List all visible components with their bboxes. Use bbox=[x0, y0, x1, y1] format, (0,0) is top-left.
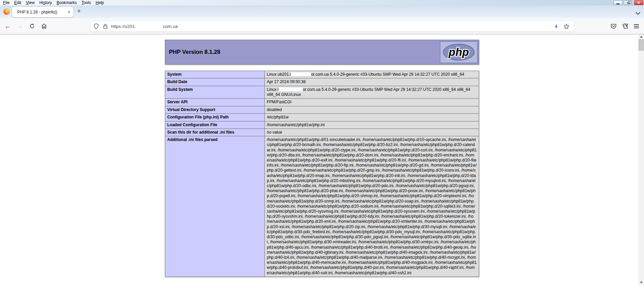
tab-close-icon[interactable]: × bbox=[68, 10, 70, 14]
row-label: Loaded Configuration File bbox=[165, 121, 265, 129]
row-value: disabled bbox=[265, 106, 479, 113]
window-controls: × bbox=[613, 0, 643, 5]
row-value: no value bbox=[265, 129, 479, 136]
menu-help[interactable]: Help bbox=[94, 0, 107, 5]
menu-edit[interactable]: Edit bbox=[12, 0, 24, 5]
row-label: Additional .ini files parsed bbox=[165, 136, 265, 277]
redacted-segment bbox=[279, 87, 303, 91]
row-label: Build Date bbox=[165, 78, 265, 86]
table-row: Build SystemLinux ior.com.ua 5.4.0-29-ge… bbox=[165, 86, 479, 99]
table-row: Configuration File (php.ini) Path/etc/ph… bbox=[165, 114, 479, 121]
restore-button[interactable] bbox=[624, 0, 633, 5]
row-value: FPM/FastCGI bbox=[265, 99, 479, 106]
row-value: Linux ub201.ior.com.ua 5.4.0-29-generic … bbox=[265, 71, 479, 78]
home-button[interactable] bbox=[40, 18, 48, 34]
window-titlebar: FileEditViewHistoryBookmarksToolsHelp × bbox=[0, 0, 644, 5]
home-icon bbox=[41, 23, 47, 29]
table-row: Build DateApr 27 2024 09:50:38 bbox=[165, 78, 479, 86]
menu-view[interactable]: View bbox=[24, 0, 37, 5]
pocket-button[interactable] bbox=[609, 18, 618, 34]
bookmark-star-icon[interactable] bbox=[564, 24, 569, 29]
url-suffix: com.ua bbox=[163, 24, 178, 29]
close-button[interactable]: × bbox=[634, 0, 643, 5]
row-label: Scan this dir for additional .ini files bbox=[165, 129, 265, 136]
extensions-puzzle-icon bbox=[622, 23, 629, 29]
table-row: Loaded Configuration File/home/sasha/etc… bbox=[165, 121, 479, 129]
shield-icon[interactable] bbox=[94, 23, 99, 29]
minimize-icon bbox=[616, 3, 619, 4]
phpinfo-header: PHP Version 8.1.28 php bbox=[165, 40, 479, 65]
forward-button: → bbox=[16, 18, 24, 34]
firefox-icon bbox=[3, 8, 10, 15]
redacted-segment bbox=[291, 72, 311, 76]
menu-bar: FileEditViewHistoryBookmarksToolsHelp bbox=[0, 0, 107, 5]
tab-phpinfo[interactable]: PHP 8.1.28 - phpinfo() × bbox=[12, 7, 73, 17]
close-icon: × bbox=[637, 1, 640, 5]
reload-icon bbox=[29, 23, 35, 29]
table-row: Additional .ini files parsed/home/sasha/… bbox=[165, 136, 479, 277]
menu-file[interactable]: File bbox=[1, 0, 12, 5]
vertical-scrollbar[interactable] bbox=[638, 34, 644, 285]
phpinfo-page: PHP Version 8.1.28 php SystemLinux ub201… bbox=[165, 40, 479, 277]
tab-strip: PHP 8.1.28 - phpinfo() × + bbox=[0, 5, 644, 18]
row-label: System bbox=[165, 71, 265, 78]
hamburger-menu-button[interactable] bbox=[632, 18, 641, 34]
url-text[interactable]: https://u201.com.ua bbox=[111, 24, 178, 29]
table-row: Virtual Directory Supportdisabled bbox=[165, 106, 479, 113]
scroll-down-button[interactable] bbox=[638, 280, 644, 285]
row-label: Configuration File (php.ini) Path bbox=[165, 114, 265, 121]
new-tab-button[interactable]: + bbox=[77, 7, 81, 15]
scrollbar-thumb[interactable] bbox=[639, 39, 644, 50]
menu-tools[interactable]: Tools bbox=[79, 0, 94, 5]
php-logo: php bbox=[440, 41, 478, 63]
minimize-button[interactable] bbox=[613, 0, 622, 5]
extensions-button[interactable] bbox=[621, 18, 630, 34]
lock-icon[interactable] bbox=[103, 24, 108, 29]
row-value: Apr 27 2024 09:50:38 bbox=[265, 78, 479, 86]
row-value: /etc/php81w bbox=[265, 114, 479, 121]
pocket-icon bbox=[610, 23, 617, 29]
row-value: Linux ior.com.ua 5.4.0-29-generic #33-Ub… bbox=[265, 86, 479, 99]
scroll-up-button[interactable] bbox=[638, 34, 644, 39]
page-title: PHP Version 8.1.28 bbox=[169, 49, 220, 56]
reload-button[interactable] bbox=[28, 18, 36, 34]
url-bar[interactable]: https://u201.com.ua bbox=[90, 21, 574, 32]
menu-history[interactable]: History bbox=[37, 0, 55, 5]
browser-viewport: PHP Version 8.1.28 php SystemLinux ub201… bbox=[0, 34, 644, 285]
scroll-up-icon bbox=[640, 36, 643, 38]
row-label: Build System bbox=[165, 86, 265, 99]
restore-icon bbox=[627, 2, 630, 4]
table-row: Server APIFPM/FastCGI bbox=[165, 99, 479, 106]
tab-title: PHP 8.1.28 - phpinfo() bbox=[17, 10, 65, 14]
row-label: Virtual Directory Support bbox=[165, 106, 265, 113]
ini-files-list: /home/sasha/etc/php81w/php.d/01-ioncubel… bbox=[267, 137, 477, 275]
row-label: Server API bbox=[165, 99, 265, 106]
tabs-chevron-icon[interactable] bbox=[636, 11, 640, 14]
php-logo-text: php bbox=[448, 46, 469, 58]
table-row: SystemLinux ub201.ior.com.ua 5.4.0-29-ge… bbox=[165, 71, 479, 78]
scroll-down-icon bbox=[640, 282, 643, 283]
menu-bookmarks[interactable]: Bookmarks bbox=[55, 0, 79, 5]
back-button[interactable]: ← bbox=[4, 18, 12, 34]
php-core-info-table: SystemLinux ub201.ior.com.ua 5.4.0-29-ge… bbox=[165, 71, 479, 277]
table-row: Scan this dir for additional .ini filesn… bbox=[165, 129, 479, 136]
navigation-toolbar: ← → https://u201.com.ua bbox=[0, 18, 644, 34]
row-value: /home/sasha/etc/php81w/php.ini bbox=[265, 121, 479, 129]
row-value: /home/sasha/etc/php81w/php.d/01-ioncubel… bbox=[265, 136, 479, 277]
url-prefix: https://u201. bbox=[111, 24, 136, 29]
lightning-icon[interactable] bbox=[554, 24, 558, 29]
